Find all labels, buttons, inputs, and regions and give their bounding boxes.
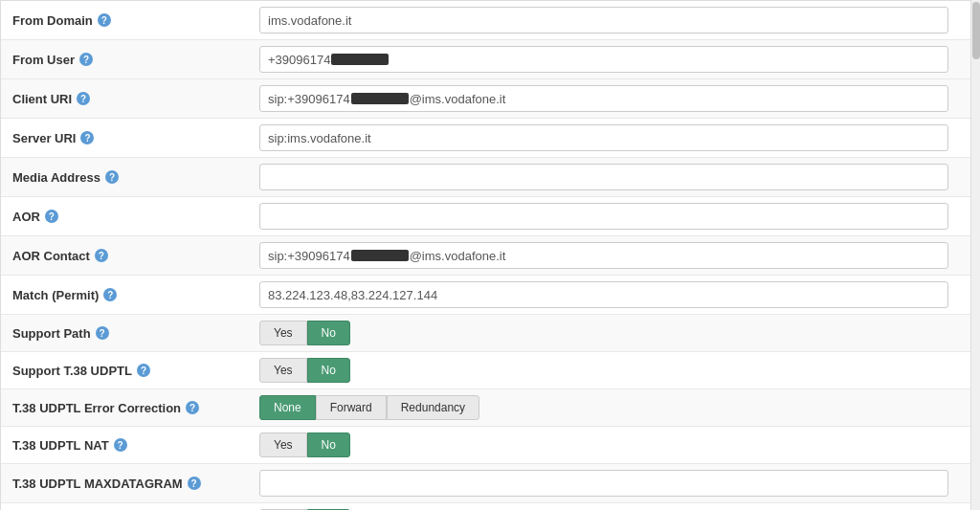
label-t38-nat: T.38 UDPTL NAT ? bbox=[1, 431, 250, 460]
label-text-t38-error-correction: T.38 UDPTL Error Correction bbox=[12, 401, 181, 415]
btn-support-t38-no[interactable]: No bbox=[307, 358, 350, 383]
row-support-t38: Support T.38 UDPTL ? Yes No bbox=[1, 352, 979, 389]
label-fax-detect: Fax Detect ? bbox=[1, 507, 250, 511]
help-icon-match-permit[interactable]: ? bbox=[103, 288, 117, 301]
label-text-support-t38: Support T.38 UDPTL bbox=[12, 364, 132, 378]
help-icon-from-user[interactable]: ? bbox=[79, 53, 93, 66]
row-aor-contact: AOR Contact ? sip:+39096174 @ims.vodafon… bbox=[1, 236, 979, 276]
label-t38-error-correction: T.38 UDPTL Error Correction ? bbox=[1, 393, 250, 423]
input-from-domain[interactable] bbox=[259, 7, 948, 33]
label-match-permit: Match (Permit) ? bbox=[1, 280, 250, 310]
label-text-client-uri: Client URI bbox=[12, 92, 72, 106]
row-aor: AOR ? bbox=[1, 197, 979, 236]
label-text-from-user: From User bbox=[12, 53, 75, 67]
client-uri-redacted bbox=[351, 93, 409, 104]
help-icon-media-address[interactable]: ? bbox=[105, 170, 119, 184]
label-client-uri: Client URI ? bbox=[1, 84, 250, 114]
btn-t38-nat-yes[interactable]: Yes bbox=[259, 432, 307, 457]
btn-group-t38-nat: Yes No bbox=[259, 432, 350, 457]
input-t38-maxdatagram[interactable] bbox=[259, 470, 948, 497]
value-t38-error-correction: None Forward Redundancy bbox=[250, 389, 979, 426]
scrollbar-thumb[interactable] bbox=[972, 2, 980, 59]
aor-contact-redacted bbox=[351, 250, 409, 261]
from-user-redacted bbox=[331, 54, 389, 65]
row-t38-maxdatagram: T.38 UDPTL MAXDATAGRAM ? bbox=[1, 464, 979, 503]
help-icon-t38-nat[interactable]: ? bbox=[114, 438, 127, 452]
row-fax-detect: Fax Detect ? Yes No bbox=[1, 503, 979, 510]
row-match-permit: Match (Permit) ? bbox=[1, 276, 979, 315]
btn-group-support-path: Yes No bbox=[259, 321, 350, 345]
help-icon-aor[interactable]: ? bbox=[45, 210, 58, 223]
help-icon-support-t38[interactable]: ? bbox=[137, 364, 150, 377]
row-t38-nat: T.38 UDPTL NAT ? Yes No bbox=[1, 427, 979, 464]
value-from-user: +39096174 bbox=[250, 40, 979, 78]
input-server-uri[interactable] bbox=[259, 124, 948, 151]
input-match-permit[interactable] bbox=[259, 281, 948, 308]
value-aor bbox=[250, 197, 979, 235]
btn-support-t38-yes[interactable]: Yes bbox=[259, 358, 307, 383]
scrollbar-track bbox=[970, 0, 980, 510]
btn-group-support-t38: Yes No bbox=[259, 358, 350, 383]
label-text-t38-maxdatagram: T.38 UDPTL MAXDATAGRAM bbox=[12, 477, 183, 491]
label-text-aor: AOR bbox=[12, 210, 40, 224]
label-text-server-uri: Server URI bbox=[12, 131, 76, 145]
row-media-address: Media Address ? bbox=[1, 158, 979, 197]
label-media-address: Media Address ? bbox=[1, 163, 250, 192]
label-text-t38-nat: T.38 UDPTL NAT bbox=[12, 438, 109, 453]
client-uri-prefix: sip:+39096174 bbox=[268, 92, 350, 106]
value-from-domain bbox=[250, 1, 979, 39]
help-icon-client-uri[interactable]: ? bbox=[77, 92, 90, 105]
label-from-domain: From Domain ? bbox=[1, 6, 250, 35]
from-user-prefix: +39096174 bbox=[268, 53, 330, 67]
btn-support-path-yes[interactable]: Yes bbox=[259, 321, 307, 345]
help-icon-support-path[interactable]: ? bbox=[96, 326, 109, 340]
row-client-uri: Client URI ? sip:+39096174 @ims.vodafone… bbox=[1, 79, 979, 119]
row-t38-error-correction: T.38 UDPTL Error Correction ? None Forwa… bbox=[1, 389, 979, 427]
aor-contact-prefix: sip:+39096174 bbox=[268, 249, 350, 263]
value-match-permit bbox=[250, 276, 979, 314]
help-icon-t38-error-correction[interactable]: ? bbox=[186, 401, 199, 414]
value-support-t38: Yes No bbox=[250, 352, 979, 388]
value-server-uri bbox=[250, 119, 979, 157]
form-container: From Domain ? From User ? +39096174 bbox=[0, 0, 980, 510]
label-t38-maxdatagram: T.38 UDPTL MAXDATAGRAM ? bbox=[1, 469, 250, 499]
help-icon-from-domain[interactable]: ? bbox=[98, 13, 111, 27]
label-support-path: Support Path ? bbox=[1, 319, 250, 348]
row-from-domain: From Domain ? bbox=[1, 1, 979, 40]
aor-contact-suffix: @ims.vodafone.it bbox=[410, 249, 506, 263]
input-aor[interactable] bbox=[259, 203, 948, 230]
help-icon-aor-contact[interactable]: ? bbox=[95, 249, 108, 262]
btn-t38-forward[interactable]: Forward bbox=[316, 395, 387, 420]
help-icon-server-uri[interactable]: ? bbox=[80, 131, 94, 144]
btn-group-t38-error-correction: None Forward Redundancy bbox=[259, 395, 479, 420]
value-aor-contact: sip:+39096174 @ims.vodafone.it bbox=[250, 236, 979, 275]
row-server-uri: Server URI ? bbox=[1, 119, 979, 158]
label-aor: AOR ? bbox=[1, 202, 250, 232]
row-from-user: From User ? +39096174 bbox=[1, 40, 979, 79]
label-text-aor-contact: AOR Contact bbox=[12, 249, 90, 263]
value-media-address bbox=[250, 158, 979, 196]
btn-support-path-no[interactable]: No bbox=[307, 321, 350, 345]
label-support-t38: Support T.38 UDPTL ? bbox=[1, 356, 250, 386]
value-support-path: Yes No bbox=[250, 315, 979, 351]
value-t38-nat: Yes No bbox=[250, 427, 979, 463]
btn-t38-redundancy[interactable]: Redundancy bbox=[387, 395, 479, 420]
help-icon-t38-maxdatagram[interactable]: ? bbox=[188, 477, 201, 490]
label-text-support-path: Support Path bbox=[12, 326, 91, 341]
value-t38-maxdatagram bbox=[250, 464, 979, 502]
btn-t38-none[interactable]: None bbox=[259, 395, 316, 420]
input-media-address[interactable] bbox=[259, 164, 948, 190]
label-text-match-permit: Match (Permit) bbox=[12, 288, 99, 302]
btn-t38-nat-no[interactable]: No bbox=[307, 432, 350, 457]
label-text-from-domain: From Domain bbox=[12, 13, 93, 28]
label-server-uri: Server URI ? bbox=[1, 123, 250, 153]
value-client-uri: sip:+39096174 @ims.vodafone.it bbox=[250, 79, 979, 118]
label-from-user: From User ? bbox=[1, 45, 250, 75]
row-support-path: Support Path ? Yes No bbox=[1, 315, 979, 352]
client-uri-suffix: @ims.vodafone.it bbox=[410, 92, 506, 106]
value-fax-detect: Yes No bbox=[250, 503, 979, 510]
label-text-media-address: Media Address bbox=[12, 170, 100, 185]
label-aor-contact: AOR Contact ? bbox=[1, 241, 250, 271]
